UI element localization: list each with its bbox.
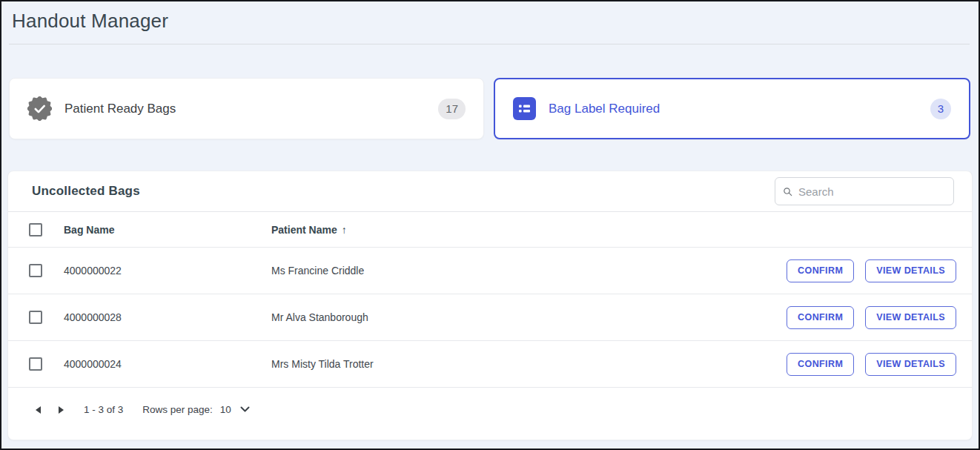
bag-name-cell: 4000000022 bbox=[64, 265, 271, 277]
header-divider bbox=[9, 44, 970, 44]
panel-title: Uncollected Bags bbox=[32, 184, 140, 199]
confirm-button[interactable]: CONFIRM bbox=[787, 353, 854, 376]
search-icon bbox=[783, 185, 792, 199]
patient-name-cell: Mr Alva Stanborough bbox=[271, 311, 787, 323]
rows-per-page-value[interactable]: 10 bbox=[220, 404, 231, 415]
patient-name-cell: Mrs Misty Tilda Trotter bbox=[271, 358, 787, 370]
previous-page-icon[interactable] bbox=[36, 406, 41, 414]
tab-label: Bag Label Required bbox=[549, 102, 660, 116]
sort-ascending-icon[interactable]: ↑ bbox=[342, 224, 347, 236]
next-page-icon[interactable] bbox=[59, 406, 64, 414]
tab-count-badge: 17 bbox=[438, 99, 466, 119]
table-header-row: Bag Name Patient Name↑ bbox=[8, 212, 972, 247]
bag-name-cell: 4000000024 bbox=[64, 358, 271, 370]
select-row-checkbox[interactable] bbox=[29, 357, 42, 371]
rows-per-page-label: Rows per page: bbox=[142, 404, 213, 415]
view-details-button[interactable]: VIEW DETAILS bbox=[865, 353, 956, 376]
column-header-bag-name[interactable]: Bag Name bbox=[64, 224, 271, 236]
chevron-down-icon[interactable] bbox=[240, 406, 250, 413]
panel-header: Uncollected Bags bbox=[8, 171, 972, 211]
patient-name-cell: Ms Francine Criddle bbox=[271, 265, 787, 277]
select-row-checkbox[interactable] bbox=[29, 264, 42, 277]
verified-seal-icon bbox=[27, 96, 52, 121]
table-row: 4000000028 Mr Alva Stanborough CONFIRM V… bbox=[8, 294, 972, 340]
select-all-checkbox[interactable] bbox=[29, 223, 42, 236]
search-box[interactable] bbox=[775, 177, 954, 205]
list-icon bbox=[513, 97, 536, 120]
column-header-label: Patient Name bbox=[271, 224, 337, 236]
tab-count-badge: 3 bbox=[930, 99, 951, 119]
confirm-button[interactable]: CONFIRM bbox=[787, 306, 854, 329]
summary-tabs: Patient Ready Bags 17 Bag Label Required… bbox=[9, 78, 970, 139]
table-row: 4000000022 Ms Francine Criddle CONFIRM V… bbox=[8, 247, 972, 294]
search-input[interactable] bbox=[798, 185, 946, 198]
view-details-button[interactable]: VIEW DETAILS bbox=[865, 306, 956, 329]
view-details-button[interactable]: VIEW DETAILS bbox=[865, 259, 956, 282]
column-header-patient-name[interactable]: Patient Name↑ bbox=[271, 224, 956, 236]
bag-name-cell: 4000000028 bbox=[64, 311, 271, 323]
tab-patient-ready-bags[interactable]: Patient Ready Bags 17 bbox=[9, 78, 484, 139]
confirm-button[interactable]: CONFIRM bbox=[787, 259, 854, 282]
tab-bag-label-required[interactable]: Bag Label Required 3 bbox=[494, 78, 970, 139]
pagination-range: 1 - 3 of 3 bbox=[84, 404, 123, 415]
page-title: Handout Manager bbox=[12, 10, 168, 33]
uncollected-bags-panel: Uncollected Bags Bag Name Patient Name↑ … bbox=[7, 171, 973, 440]
pagination-bar: 1 - 3 of 3 Rows per page: 10 bbox=[8, 387, 972, 440]
tab-label: Patient Ready Bags bbox=[64, 102, 176, 116]
table-row: 4000000024 Mrs Misty Tilda Trotter CONFI… bbox=[8, 340, 972, 387]
select-row-checkbox[interactable] bbox=[29, 311, 42, 324]
